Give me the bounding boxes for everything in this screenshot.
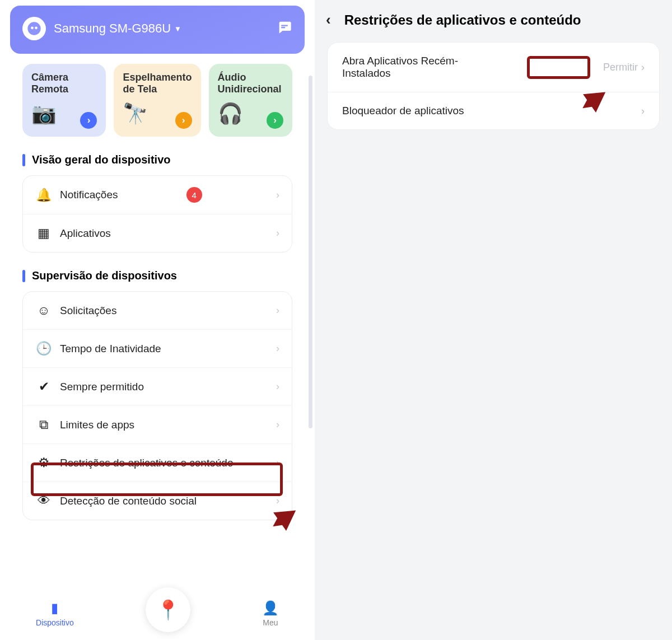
chevron-right-icon: › [276,457,279,469]
apps-icon: ▦ [35,226,52,241]
row-app-limits[interactable]: ⧉ Limites de apps › [23,405,292,443]
row-label: Solicitações [60,305,116,317]
clock-icon: 🕒 [35,341,52,356]
row-label: Tempo de Inatividade [60,343,161,355]
row-label: Notificações [60,189,118,201]
row-requests[interactable]: ☺ Solicitações › [23,292,292,329]
restrictions-icon: ⚙ [35,455,52,470]
row-label: Abra Aplicativos Recém-Instalados [342,55,488,80]
chevron-right-icon: › [276,419,279,431]
svg-point-1 [31,27,34,30]
bottom-nav: ▮ Dispositivo 📍 👤 Meu [0,587,315,640]
tool-screen-mirror[interactable]: Espelhamento de Tela 🔭 › [114,64,200,137]
cube-icon: ⧉ [35,417,52,432]
pin-icon: 📍 [156,599,180,621]
svg-rect-4 [281,27,285,28]
section-overview-title: Visão geral do dispositivo [22,153,292,166]
right-panel: ‹ Restrições de aplicativos e conteúdo A… [315,0,672,640]
chevron-right-icon: › [276,189,279,201]
avatar[interactable] [22,17,46,40]
row-label: Aplicativos [60,227,111,240]
tool-label: Áudio Unidirecional [218,72,283,95]
row-label: Sempre permitido [60,381,144,393]
svg-point-2 [35,27,38,30]
device-icon: ▮ [51,600,58,616]
check-badge-icon: ✔ [35,379,52,394]
row-notifications[interactable]: 🔔 Notificações 4 › [23,176,292,214]
chevron-right-icon: › [276,343,279,354]
bell-icon: 🔔 [35,188,52,203]
scrollbar[interactable] [309,76,312,428]
person-icon: 👤 [262,600,279,616]
nav-label: Meu [263,618,278,627]
tools-row: Câmera Remota 📷 › Espelhamento de Tela 🔭… [22,64,292,137]
nav-device[interactable]: ▮ Dispositivo [36,600,74,627]
row-apps[interactable]: ▦ Aplicativos › [23,214,292,252]
chevron-right-icon: › [641,105,645,117]
row-app-content-restrictions[interactable]: ⚙ Restrições de aplicativos e conteúdo › [23,443,292,482]
nav-me[interactable]: 👤 Meu [262,600,279,627]
go-icon: › [267,112,283,129]
tool-label: Espelhamento de Tela [123,72,192,95]
value-text: Permitir [603,62,638,73]
chat-icon[interactable] [277,19,292,38]
chevron-right-icon: › [276,305,279,316]
svg-point-0 [27,22,40,35]
device-header[interactable]: Samsung SM-G986U ▼ [10,6,305,54]
chevron-down-icon[interactable]: ▼ [174,25,181,33]
tool-label: Câmera Remota [31,72,97,95]
avatar-icon [26,21,42,36]
section-supervision-title: Supervisão de dispositivos [22,269,292,282]
row-open-new-apps[interactable]: Abra Aplicativos Recém-Instalados Permit… [328,43,659,92]
tool-remote-camera[interactable]: Câmera Remota 📷 › [22,64,106,137]
nav-location[interactable]: 📍 [146,587,190,632]
chevron-right-icon: › [276,381,279,393]
row-downtime[interactable]: 🕒 Tempo de Inatividade › [23,329,292,367]
nav-label: Dispositivo [36,618,74,627]
eye-icon: 👁 [35,493,52,508]
page-title: Restrições de aplicativos e conteúdo [344,12,581,28]
svg-rect-3 [281,25,288,26]
go-icon: › [80,112,97,129]
chevron-right-icon: › [641,62,645,73]
supervision-card: ☺ Solicitações › 🕒 Tempo de Inatividade … [22,291,292,520]
chevron-right-icon: › [276,495,279,507]
chevron-right-icon: › [276,227,279,239]
request-icon: ☺ [35,303,52,318]
left-panel: Samsung SM-G986U ▼ Câmera Remota 📷 › Esp… [0,0,315,640]
row-value: Permitir › [603,62,645,73]
device-name: Samsung SM-G986U [54,21,171,36]
row-app-blocker[interactable]: Bloqueador de aplicativos › [328,92,659,129]
row-label: Bloqueador de aplicativos [342,105,464,117]
row-always-allowed[interactable]: ✔ Sempre permitido › [23,367,292,405]
notifications-badge: 4 [186,187,202,203]
restrictions-card: Abra Aplicativos Recém-Instalados Permit… [327,42,660,130]
row-label: Restrições de aplicativos e conteúdo [60,457,233,469]
row-social-detect[interactable]: 👁 Detecção de conteúdo social › [23,482,292,520]
right-header: ‹ Restrições de aplicativos e conteúdo [315,6,672,42]
row-label: Detecção de conteúdo social [60,495,197,507]
overview-card: 🔔 Notificações 4 › ▦ Aplicativos › [22,175,292,253]
tool-one-way-audio[interactable]: Áudio Unidirecional 🎧 › [209,64,292,137]
row-label: Limites de apps [60,419,134,431]
go-icon: › [175,112,192,129]
back-icon[interactable]: ‹ [326,11,331,29]
